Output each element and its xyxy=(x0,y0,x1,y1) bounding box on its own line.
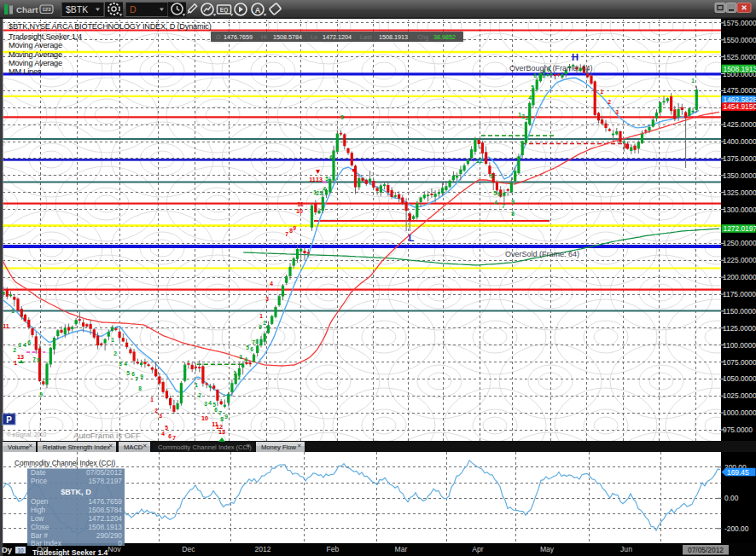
svg-text:1175.0000: 1175.0000 xyxy=(723,290,756,298)
svg-text:1375.0000: 1375.0000 xyxy=(723,154,756,163)
svg-text:9: 9 xyxy=(511,199,515,205)
svg-text:2: 2 xyxy=(13,347,16,353)
svg-text:3: 3 xyxy=(204,401,207,407)
svg-text:1200.0000: 1200.0000 xyxy=(723,273,756,281)
svg-text:1: 1 xyxy=(111,337,114,343)
svg-text:5: 5 xyxy=(165,425,168,431)
svg-text:10: 10 xyxy=(296,207,303,215)
svg-text:AutoFrame is OFF: AutoFrame is OFF xyxy=(73,431,141,440)
svg-text:3: 3 xyxy=(159,413,162,419)
svg-text:1225.0000: 1225.0000 xyxy=(723,256,756,264)
svg-text:1: 1 xyxy=(150,397,154,403)
svg-text:Price: Price xyxy=(31,477,47,485)
svg-text:3: 3 xyxy=(119,361,122,367)
svg-text:9: 9 xyxy=(293,225,296,231)
svg-text:1525.0000: 1525.0000 xyxy=(723,53,756,61)
svg-text:0: 0 xyxy=(118,539,122,547)
svg-text:9: 9 xyxy=(224,414,228,420)
svg-text:Moving Average: Moving Average xyxy=(9,41,62,49)
svg-text:$BTK,NYSE ARCA BIOTECHNOLOGY I: $BTK,NYSE ARCA BIOTECHNOLOGY INDEX, D (D… xyxy=(9,22,212,31)
svg-text:1: 1 xyxy=(14,360,17,366)
svg-text:9: 9 xyxy=(259,324,262,330)
svg-text:6: 6 xyxy=(497,191,501,197)
svg-text:6: 6 xyxy=(250,346,253,352)
svg-text:Feb: Feb xyxy=(327,545,340,553)
svg-text:38.9852: 38.9852 xyxy=(433,33,456,41)
svg-text:9: 9 xyxy=(39,391,43,397)
svg-text:O: O xyxy=(216,33,221,41)
svg-text:5: 5 xyxy=(23,316,26,322)
svg-text:12: 12 xyxy=(476,157,483,165)
svg-text:5: 5 xyxy=(531,84,534,90)
svg-text:1476.7659: 1476.7659 xyxy=(88,497,122,506)
svg-text:1075.0000: 1075.0000 xyxy=(723,358,756,367)
svg-text:1: 1 xyxy=(691,78,695,84)
svg-text:Moving Average: Moving Average xyxy=(9,50,62,59)
svg-text:1508.5784: 1508.5784 xyxy=(88,506,122,514)
svg-text:MACD: MACD xyxy=(124,443,143,451)
svg-text:1508.1913: 1508.1913 xyxy=(88,523,122,531)
svg-text:Dy: Dy xyxy=(2,545,13,554)
svg-text:1472.1204: 1472.1204 xyxy=(88,514,122,523)
svg-text:1475.0000: 1475.0000 xyxy=(723,86,756,95)
svg-text:11: 11 xyxy=(3,322,9,330)
svg-text:2: 2 xyxy=(263,320,266,326)
svg-text:D: D xyxy=(130,4,137,14)
svg-text:1508.1913: 1508.1913 xyxy=(379,33,408,41)
svg-text:1508.1913: 1508.1913 xyxy=(724,65,756,73)
svg-text:8: 8 xyxy=(542,72,545,78)
svg-text:1: 1 xyxy=(259,313,263,319)
svg-text:2: 2 xyxy=(198,392,201,398)
svg-text:Low: Low xyxy=(31,514,44,523)
svg-text:5: 5 xyxy=(493,190,497,196)
svg-text:10: 10 xyxy=(201,414,208,422)
svg-text:13: 13 xyxy=(218,428,225,436)
svg-text:2012: 2012 xyxy=(254,545,270,553)
svg-text:3: 3 xyxy=(525,115,528,121)
svg-text:1100.0000: 1100.0000 xyxy=(723,341,756,350)
svg-text:1150.0000: 1150.0000 xyxy=(723,307,756,316)
svg-text:8: 8 xyxy=(255,339,259,345)
svg-text:Jun: Jun xyxy=(620,545,632,553)
svg-text:3: 3 xyxy=(239,354,242,360)
svg-text:Volume: Volume xyxy=(8,443,29,451)
svg-text:6: 6 xyxy=(27,339,31,345)
svg-text:6: 6 xyxy=(329,154,333,160)
svg-text:3: 3 xyxy=(615,109,619,115)
svg-text:Close: Close xyxy=(31,523,49,531)
svg-text:13: 13 xyxy=(316,176,323,183)
svg-text:Chg: Chg xyxy=(417,33,428,41)
svg-text:A: A xyxy=(255,6,261,14)
svg-text:2: 2 xyxy=(154,408,158,414)
svg-text:✕: ✕ xyxy=(142,443,147,449)
svg-text:2: 2 xyxy=(608,99,611,105)
svg-text:7: 7 xyxy=(285,231,288,237)
svg-text:8: 8 xyxy=(37,357,40,363)
svg-text:9: 9 xyxy=(140,374,143,379)
svg-text:✕: ✕ xyxy=(297,443,301,449)
svg-text:1472.1204: 1472.1204 xyxy=(323,33,352,41)
svg-text:Commodity Channel Index (CCI): Commodity Channel Index (CCI) xyxy=(15,460,116,467)
svg-text:✕: ✕ xyxy=(108,443,113,449)
svg-text:2: 2 xyxy=(237,374,241,380)
svg-text:1575.0000: 1575.0000 xyxy=(723,19,756,27)
svg-text:4: 4 xyxy=(528,95,532,101)
svg-text:1: 1 xyxy=(195,382,198,388)
svg-text:P: P xyxy=(6,415,12,425)
svg-text:4: 4 xyxy=(494,200,497,206)
svg-text:3: 3 xyxy=(18,342,21,348)
svg-text:7: 7 xyxy=(32,356,36,362)
svg-text:7: 7 xyxy=(172,435,176,441)
svg-text:4: 4 xyxy=(161,431,165,437)
svg-text:6: 6 xyxy=(533,72,537,78)
svg-text:Mar: Mar xyxy=(395,545,408,553)
svg-text:1476.7659: 1476.7659 xyxy=(224,33,253,41)
svg-text:Chart: Chart xyxy=(16,5,38,14)
svg-text:4: 4 xyxy=(208,400,212,406)
svg-text:Last: Last xyxy=(360,33,372,41)
svg-text:1: 1 xyxy=(233,370,236,376)
svg-text:H: H xyxy=(572,52,579,62)
svg-text:8: 8 xyxy=(138,385,142,391)
svg-text:✕: ✕ xyxy=(28,443,32,449)
svg-text:8: 8 xyxy=(511,211,515,217)
